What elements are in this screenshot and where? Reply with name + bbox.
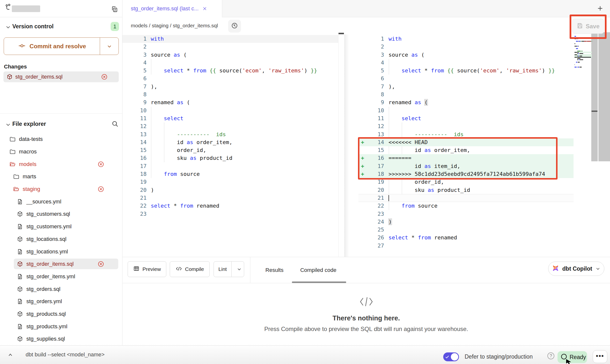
file-item[interactable]: __sources.yml — [0, 195, 122, 208]
code-line: 11 select — [358, 115, 574, 122]
file-item[interactable]: stg_customers.yml — [0, 220, 122, 233]
file-item[interactable]: stg_products.yml — [0, 320, 122, 333]
window-scrollbar[interactable] — [598, 32, 610, 161]
code-line: 20 sku as product_id — [358, 186, 574, 194]
model-icon — [17, 211, 23, 217]
commit-dropdown-button[interactable] — [100, 38, 119, 55]
code-line: 7), — [358, 83, 574, 91]
close-icon[interactable] — [202, 6, 207, 11]
code-line: 13 ---------- ids — [122, 131, 338, 138]
file-item[interactable]: data-tests — [0, 133, 122, 146]
file-explorer-title[interactable]: File explorer — [12, 121, 46, 127]
code-line: 9renamed as ( — [358, 99, 574, 106]
model-icon — [17, 236, 23, 242]
folder-icon — [9, 136, 16, 142]
discard-change-icon[interactable] — [98, 261, 104, 267]
copy-icon[interactable] — [111, 5, 118, 14]
chevron-down-icon[interactable] — [5, 122, 11, 128]
chevron-up-icon[interactable] — [7, 351, 14, 358]
compile-button[interactable]: Compile — [170, 261, 210, 277]
discard-change-icon[interactable] — [98, 186, 104, 193]
code-line: 6 — [122, 75, 338, 83]
file-item[interactable]: stg_order_items.yml — [0, 270, 122, 283]
code-line: 12 — [122, 122, 338, 130]
file-item[interactable]: stg_customers.sql — [0, 208, 122, 220]
file-item-label: models — [19, 161, 36, 167]
version-control-title[interactable]: Version control — [12, 23, 53, 30]
file-item[interactable]: stg_products.sql — [0, 308, 122, 320]
status-bar: dbt build --select <model_name> Defer to… — [0, 345, 610, 364]
editor-pane-right[interactable]: 1with23source as (45 select * from {{ so… — [344, 34, 610, 257]
folder-open-icon — [9, 161, 16, 167]
tab-compiled-code[interactable]: Compiled code — [290, 257, 347, 283]
file-item[interactable]: stg_locations.yml — [0, 245, 122, 258]
code-line: 11 select — [122, 115, 338, 122]
discard-change-icon[interactable] — [101, 74, 108, 80]
preview-button[interactable]: Preview — [128, 261, 166, 277]
code-slash-icon — [359, 296, 373, 308]
scrollbar-handle[interactable] — [592, 111, 597, 112]
sidebar: Version control 1 Commit and resolve Cha… — [0, 0, 122, 345]
editor-pane-left[interactable]: 1with23source as (45 select * from {{ so… — [122, 34, 338, 257]
file-item[interactable]: stg_order_items.sql — [0, 258, 122, 270]
commit-and-resolve-button[interactable]: Commit and resolve — [4, 37, 119, 55]
code-line: 7), — [122, 83, 338, 91]
tab-stg-order-items[interactable]: stg_order_items.sql (last c... — [122, 0, 222, 17]
copilot-label: dbt Copilot — [562, 265, 592, 272]
help-icon[interactable]: ? — [547, 352, 554, 359]
more-options-button[interactable]: ••• — [593, 350, 607, 363]
file-item[interactable]: stg_locations.sql — [0, 233, 122, 246]
changed-file-row[interactable]: stg_order_items.sql — [3, 71, 119, 82]
branch-name-placeholder — [12, 5, 40, 12]
code-line: 25 — [358, 226, 574, 234]
file-item-label: stg_orders.sql — [26, 286, 60, 292]
code-line: 13 ---------- ids — [358, 131, 574, 138]
doc-icon — [17, 298, 23, 305]
lineage-button[interactable] — [228, 20, 241, 33]
code-line: 3source as ( — [122, 51, 338, 59]
code-line: 17+ id as item_id, — [358, 162, 574, 170]
copilot-logo-icon — [552, 265, 559, 273]
lint-label[interactable]: Lint — [214, 262, 232, 277]
file-item[interactable]: models — [0, 158, 122, 170]
empty-state: There's nothing here. Press Compile abov… — [122, 283, 610, 346]
file-item[interactable]: stg_orders.sql — [0, 283, 122, 295]
commit-and-resolve-main[interactable]: Commit and resolve — [4, 38, 100, 55]
dbt-copilot-button[interactable]: dbt Copilot — [548, 262, 604, 276]
lint-button[interactable]: Lint — [214, 261, 244, 277]
new-tab-icon[interactable] — [596, 5, 604, 12]
code-line: 10 — [358, 107, 574, 115]
tab-results[interactable]: Results — [262, 257, 287, 283]
doc-icon — [17, 273, 23, 280]
code-line: 18+>>>>>>> 58c1dd23d5eebd9cd2495fa7124ab… — [358, 170, 574, 178]
defer-toggle[interactable] — [443, 352, 459, 361]
editor-scrollbar[interactable] — [591, 32, 598, 161]
code-line: 21 — [358, 194, 574, 202]
discard-change-icon[interactable] — [98, 161, 104, 167]
model-icon — [17, 311, 23, 317]
command-input[interactable]: dbt build --select <model_name> — [26, 351, 104, 358]
left-scrollbar-handle[interactable] — [339, 33, 344, 34]
file-item[interactable]: marts — [0, 170, 122, 183]
file-item[interactable]: staging — [0, 183, 122, 196]
minimap[interactable] — [575, 36, 592, 70]
toggle-knob — [451, 353, 458, 361]
code-line: 26select * from renamed — [358, 234, 574, 242]
breadcrumb[interactable]: models / staging / stg_order_items.sql — [131, 23, 218, 29]
file-item-label: staging — [23, 186, 40, 192]
file-item[interactable]: stg_supplies.sql — [0, 333, 122, 345]
file-item[interactable]: macros — [0, 146, 122, 158]
code-line: 9renamed as ( — [122, 99, 338, 106]
code-line: 10 — [122, 107, 338, 115]
lint-dropdown[interactable] — [234, 266, 244, 272]
file-item-label: stg_order_items.yml — [26, 273, 75, 280]
doc-icon — [17, 323, 23, 330]
editor-scroll-gutter — [338, 34, 344, 257]
save-button[interactable]: Save — [572, 19, 604, 34]
file-item-label: data-tests — [19, 136, 43, 142]
git-commit-icon — [18, 42, 26, 51]
model-icon — [17, 261, 23, 267]
search-icon[interactable] — [111, 120, 119, 129]
file-item[interactable]: stg_orders.yml — [0, 295, 122, 308]
chevron-down-icon[interactable] — [5, 24, 11, 31]
